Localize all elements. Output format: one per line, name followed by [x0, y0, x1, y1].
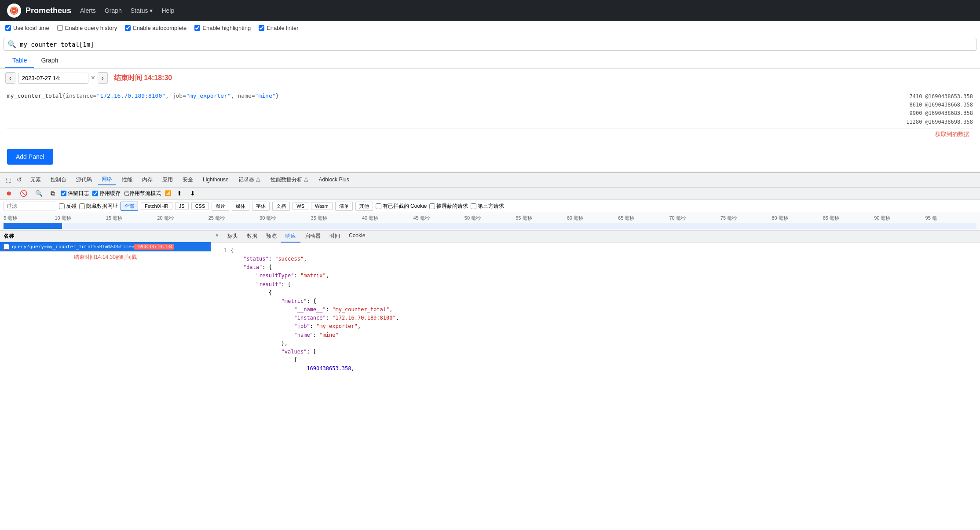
devtools-tab-elements[interactable]: 元素	[27, 175, 44, 185]
navbar: Prometheus Alerts Graph Status ▾ Help	[0, 0, 980, 21]
export-icon[interactable]: ⬇	[188, 189, 197, 198]
time-input[interactable]	[18, 73, 88, 84]
enable-linter-label[interactable]: Enable linter	[259, 25, 298, 31]
filter-css-button[interactable]: CSS	[191, 202, 209, 210]
devtools: ⬚ ↺ 元素 控制台 源代码 网络 性能 内存 应用 安全 Lighthouse…	[0, 172, 980, 372]
filter-ws-button[interactable]: WS	[293, 202, 308, 210]
enable-query-history-label[interactable]: Enable query history	[57, 25, 117, 31]
filter-icon[interactable]: ⧉	[48, 189, 57, 198]
filter-media-button[interactable]: 媒体	[232, 202, 249, 211]
devtools-tab-recorder[interactable]: 记录器 △	[235, 175, 264, 185]
filter-other-button[interactable]: 其他	[355, 202, 373, 211]
clear-icon[interactable]: 🚫	[18, 189, 29, 198]
data-link: 获取到的数据	[7, 130, 973, 138]
tab-graph[interactable]: Graph	[34, 53, 65, 68]
third-party-checkbox[interactable]	[471, 203, 476, 209]
invert-filter-label[interactable]: 反碰	[59, 202, 77, 210]
response-tab-preview[interactable]: 预览	[262, 231, 281, 243]
response-close-btn[interactable]: ×	[211, 231, 223, 243]
metric-values: 7410 @1690438653.358 8610 @1690438668.35…	[906, 92, 973, 126]
blocked-cookies-checkbox[interactable]	[376, 203, 381, 209]
enable-highlighting-checkbox[interactable]	[194, 25, 200, 31]
nav-graph[interactable]: Graph	[105, 7, 122, 14]
devtools-tab-memory[interactable]: 内存	[139, 175, 156, 185]
third-party-label[interactable]: 第三方请求	[471, 202, 504, 210]
response-tab-headers[interactable]: 标头	[223, 231, 242, 243]
brand: Prometheus	[7, 4, 71, 18]
filter-doc-button[interactable]: 文档	[272, 202, 290, 211]
refresh-icon[interactable]: ↺	[15, 175, 24, 184]
response-body: 1{ "status": "success", "data": { "resul…	[211, 243, 980, 372]
keep-log-checkbox[interactable]	[61, 191, 66, 196]
tl-90: 90 毫秒	[874, 215, 925, 221]
prometheus-logo	[7, 4, 21, 18]
tl-65: 65 毫秒	[618, 215, 669, 221]
filter-js-button[interactable]: JS	[175, 202, 189, 210]
blocked-requests-label[interactable]: 被屏蔽的请求	[429, 202, 468, 210]
devtools-tab-lighthouse[interactable]: Lighthouse	[199, 175, 232, 184]
filter-input[interactable]	[4, 202, 56, 210]
use-local-time-checkbox[interactable]	[5, 25, 11, 31]
enable-query-history-checkbox[interactable]	[57, 25, 63, 31]
metric-value-3: 9900 @1690438683.358	[906, 109, 973, 118]
cursor-icon[interactable]: ⬚	[4, 175, 14, 184]
devtools-tab-performance[interactable]: 性能	[118, 175, 136, 185]
tl-75: 75 毫秒	[720, 215, 772, 221]
devtools-tab-application[interactable]: 应用	[159, 175, 176, 185]
time-clear-button[interactable]: ×	[91, 74, 95, 82]
devtools-tab-security[interactable]: 安全	[179, 175, 197, 185]
use-local-time-label[interactable]: Use local time	[5, 25, 49, 31]
filter-wasm-button[interactable]: Wasm	[311, 202, 333, 210]
devtools-tab-sources[interactable]: 源代码	[73, 175, 95, 185]
response-tab-cookie[interactable]: Cookie	[344, 231, 369, 243]
add-panel-button[interactable]: Add Panel	[7, 149, 53, 165]
nav-help[interactable]: Help	[161, 7, 174, 14]
nav-alerts[interactable]: Alerts	[80, 7, 96, 14]
timeline: 5 毫秒 10 毫秒 15 毫秒 20 毫秒 25 毫秒 30 毫秒 35 毫秒…	[0, 213, 980, 231]
keep-log-label[interactable]: 保留日志	[61, 190, 89, 197]
metric-value-4: 11280 @1690438698.358	[906, 118, 973, 126]
import-icon[interactable]: ⬆	[175, 189, 184, 198]
response-tab-initiator[interactable]: 启动器	[300, 231, 325, 243]
blocked-cookies-label[interactable]: 有已拦截的 Cookie	[376, 202, 427, 210]
response-tab-payload[interactable]: 数据	[242, 231, 262, 243]
query-input[interactable]	[20, 41, 973, 48]
hide-data-urls-checkbox[interactable]	[79, 203, 85, 209]
tab-table[interactable]: Table	[5, 53, 34, 68]
request-checkbox[interactable]	[4, 244, 9, 250]
data-area: my_counter_total{instance="172.16.70.189…	[0, 87, 980, 142]
filter-manifest-button[interactable]: 清单	[335, 202, 353, 211]
request-item[interactable]: query?query=my_counter_total%5B1m%5D&tim…	[0, 242, 211, 252]
filter-all-button[interactable]: 全部	[121, 202, 138, 211]
disable-cache-label[interactable]: 停用缓存	[92, 190, 121, 197]
devtools-tab-adblock[interactable]: Adblock Plus	[315, 175, 352, 184]
nav-links: Alerts Graph Status ▾ Help	[80, 7, 174, 14]
filter-font-button[interactable]: 字体	[252, 202, 270, 211]
invert-filter-checkbox[interactable]	[59, 203, 65, 209]
enable-autocomplete-label[interactable]: Enable autocomplete	[125, 25, 186, 31]
search-network-icon[interactable]: 🔍	[33, 189, 45, 198]
filter-img-button[interactable]: 图片	[212, 202, 229, 211]
time-back-button[interactable]: ‹	[5, 72, 15, 84]
enable-linter-checkbox[interactable]	[259, 25, 264, 31]
hide-data-urls-label[interactable]: 隐藏数据网址	[79, 202, 118, 210]
tl-35: 35 毫秒	[311, 215, 362, 221]
devtools-tab-perf-insights[interactable]: 性能数据分析 △	[267, 175, 312, 185]
devtools-icon-group: ⬚ ↺	[4, 175, 24, 184]
blocked-requests-checkbox[interactable]	[429, 203, 435, 209]
record-icon[interactable]: ⏺	[4, 189, 14, 198]
prometheus-logo-svg	[9, 6, 19, 15]
network-toolbar: ⏺ 🚫 🔍 ⧉ 保留日志 停用缓存 已停用节流模式 📶 ⬆ ⬇	[0, 188, 980, 200]
enable-autocomplete-checkbox[interactable]	[125, 25, 131, 31]
response-tab-timing[interactable]: 时间	[325, 231, 344, 243]
nav-status[interactable]: Status ▾	[131, 7, 153, 14]
response-tab-response[interactable]: 响应	[281, 231, 300, 243]
filter-fetch-button[interactable]: Fetch/XHR	[141, 202, 172, 210]
enable-highlighting-label[interactable]: Enable highlighting	[194, 25, 251, 31]
request-highlight: 1690438710.134	[134, 244, 174, 250]
timeline-bar-container	[4, 223, 976, 229]
devtools-tab-network[interactable]: 网络	[98, 174, 116, 185]
disable-cache-checkbox[interactable]	[92, 191, 98, 196]
time-forward-button[interactable]: ›	[98, 72, 108, 84]
devtools-tab-console[interactable]: 控制台	[47, 175, 70, 185]
